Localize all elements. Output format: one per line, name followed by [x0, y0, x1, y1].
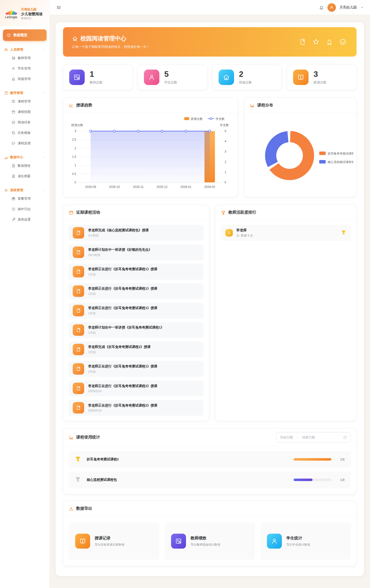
activity-list-item: 李老师完成《折耳兔奇奇测试课程2》授课1天前 [69, 341, 203, 357]
teacher-name: 李老师 [236, 228, 253, 233]
sidebar-item[interactable]: 学生管理 [3, 63, 47, 74]
sidebar-item-dashboard-active[interactable]: 数据概览 [3, 29, 47, 41]
stat-label: 授课次数 [313, 80, 326, 85]
svg-text:折耳兔奇奇测试课程2: 折耳兔奇奇测试课程2 [328, 152, 353, 155]
bar-chart-icon [69, 435, 74, 440]
activity-title: 李老师正在进行《折耳兔奇奇测试课程1》授课 [88, 267, 157, 271]
book-bookmark-icon [299, 38, 306, 46]
trophy-icon [75, 456, 81, 462]
trend-chart-title: 授课趋势 [76, 103, 92, 108]
notification-bell-icon[interactable] [319, 5, 324, 10]
sidebar-item[interactable]: 系统设置 [3, 214, 47, 225]
usage-title: 课程使用统计 [76, 435, 100, 440]
sidebar-item-label: 教师管理 [18, 56, 31, 60]
sidebar-item[interactable]: 班级管理 [3, 74, 47, 84]
activity-list-item: 李老师正在进行《折耳兔奇奇测试课程1》授课1天前 [69, 264, 203, 280]
book-icon [73, 383, 84, 394]
trend-chart-card: 授课趋势 00.511.522.53012345授课次数学生数2025-0920… [63, 97, 238, 197]
export-card-2[interactable]: 教师绩效导出教师绩效统计数据 [165, 522, 255, 560]
svg-text:3: 3 [74, 129, 76, 133]
banner-title: 校园阅读管理中心 [80, 35, 126, 42]
svg-text:2: 2 [74, 147, 76, 150]
activity-title: 李老师正在进行《折耳兔奇奇测试课程2》授课 [88, 384, 157, 388]
date-range-picker[interactable]: 开始日期 → 结束日期 [276, 432, 351, 443]
export-card-1[interactable]: 授课记录导出所有授课记录数据 [69, 522, 159, 560]
sidebar-nav: 数据概览人员管理教师管理学生管理班级管理教学管理课程管理课程排期阅读任务任务模板… [0, 26, 50, 228]
sidebar-group: 系统管理套餐管理操作日志系统设置 [3, 187, 47, 225]
ranking-list-item: 1李老师授课 3 次 [221, 225, 351, 241]
stat-label: 学生总数 [164, 80, 177, 85]
svg-text:2026-02: 2026-02 [204, 185, 215, 189]
export-cards: 授课记录导出所有授课记录数据教师绩效导出教师绩效统计数据学生统计导出学生统计数据 [63, 516, 356, 566]
sidebar-item[interactable]: 操作日志 [3, 204, 47, 214]
activity-list-item: 李老师正在进行《折耳兔奇奇测试课程1》授课1天前 [69, 283, 203, 299]
download-icon [69, 506, 74, 511]
chevron-up-icon [43, 156, 46, 159]
sidebar-item[interactable]: 套餐管理 [3, 193, 47, 204]
logo-fan-icon [6, 8, 17, 15]
distribution-chart-card: 课程分布 折耳兔奇奇测试课程2核心流程测试课程包 [244, 97, 357, 197]
sidebar-item[interactable]: 成长档案 [3, 171, 47, 181]
sidebar-group-label: 人员管理 [10, 47, 23, 52]
log-icon [11, 207, 15, 211]
activity-time: 1天前 [88, 272, 157, 277]
book-icon [73, 363, 84, 375]
bar-chart-icon [250, 103, 255, 108]
sidebar-item[interactable]: 课程管理 [3, 96, 47, 107]
stat-card: 3授课次数 [287, 65, 357, 90]
dashboard-icon [6, 33, 11, 37]
book-icon [73, 247, 84, 258]
stat-card: 2班级总数 [212, 65, 282, 90]
app-root: LeSingle 月亮幼儿园 少儿智慧阅读 管理后台 数据概览人员管理教师管理学… [0, 0, 370, 588]
book-icon [73, 285, 84, 297]
book-icon [73, 402, 84, 414]
sidebar-group-header[interactable]: 系统管理 [3, 187, 47, 193]
sidebar-group-header[interactable]: 数据中心 [3, 154, 47, 161]
svg-text:核心流程测试课程包: 核心流程测试课程包 [327, 160, 353, 164]
collapse-sidebar-icon[interactable] [56, 5, 61, 10]
sidebar-item-label: 任务模板 [18, 131, 31, 135]
sidebar-item[interactable]: 课程排期 [3, 107, 47, 117]
distribution-chart-title: 课程分布 [257, 103, 273, 108]
activity-list-item: 李老师正在进行《折耳兔奇奇测试课程2》授课2026/2/14 [69, 400, 203, 416]
sidebar-item[interactable]: 阅读任务 [3, 117, 47, 128]
calendar-icon [69, 210, 74, 215]
sidebar-group-label: 数据中心 [10, 155, 23, 160]
activity-title: 李老师正在进行《折耳兔奇奇测试课程1》授课 [88, 364, 157, 369]
svg-text:3: 3 [225, 150, 226, 153]
product-name: 少儿智慧阅读 [21, 12, 43, 17]
schedule-icon [11, 110, 15, 114]
avatar[interactable] [327, 3, 336, 12]
sidebar-item[interactable]: 课程反馈 [3, 138, 47, 149]
export-card-3[interactable]: 学生统计导出学生统计数据 [260, 522, 351, 560]
book-icon [73, 324, 84, 336]
stats-row: 1教师总数5学生总数2班级总数3授课次数 [63, 65, 357, 90]
sidebar-item-label: 系统设置 [18, 217, 31, 222]
course-icon [11, 99, 15, 103]
stat-card: 1教师总数 [63, 65, 133, 90]
distribution-chart: 折耳兔奇奇测试课程2核心流程测试课程包 [244, 113, 356, 196]
export-card-title: 教师绩效 [190, 536, 220, 541]
activity-time: 1天前 [88, 292, 157, 296]
silver-trophy-icon [75, 476, 81, 484]
sidebar-group-header[interactable]: 人员管理 [3, 46, 47, 53]
sidebar-group-header[interactable]: 教学管理 [3, 90, 47, 96]
sidebar-item[interactable]: 任务模板 [3, 128, 47, 138]
activities-title: 近期课程活动 [76, 210, 100, 215]
activity-list-item: 李老师正在进行《折耳兔奇奇测试课程1》授课2天前 [69, 361, 203, 377]
class-icon [11, 77, 15, 81]
activity-list-item: 李老师完成《核心流程测试课程包》授课3小时前 [69, 225, 203, 241]
sidebar-group-label: 系统管理 [10, 188, 23, 192]
class-icon [219, 70, 234, 85]
start-date-input[interactable]: 开始日期 [280, 435, 293, 440]
sidebar-item[interactable]: 数据报告 [3, 161, 47, 171]
svg-text:1.5: 1.5 [72, 155, 76, 159]
sidebar-item[interactable]: 教师管理 [3, 53, 47, 63]
user-name[interactable]: 月亮幼儿园 [339, 5, 357, 10]
teacher-icon [171, 534, 186, 549]
main-area: 月亮幼儿园 校园阅读管理中心 让每一个孩子都能享受阅读的快乐，智慧成长每一天！ … [50, 0, 370, 588]
chevron-down-icon[interactable] [360, 6, 364, 9]
end-date-input[interactable]: 结束日期 [302, 435, 315, 440]
users-icon [4, 48, 8, 52]
archive-icon [11, 174, 15, 178]
